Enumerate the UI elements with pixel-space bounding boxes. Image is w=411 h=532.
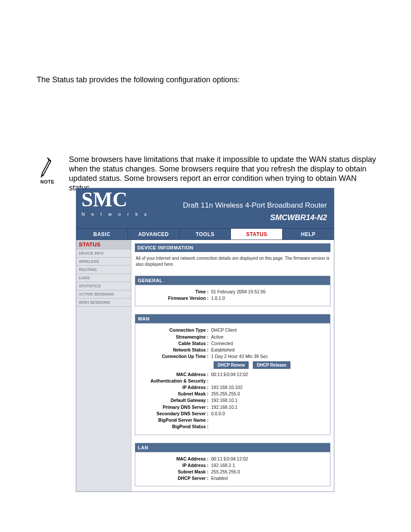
wan-mac-label: MAC Address : bbox=[138, 371, 211, 378]
lan-ip-value: 192.168.2.1 bbox=[211, 462, 235, 469]
uptime-value: 1 Day 2 Hour 43 Min 39 Sec bbox=[211, 353, 268, 360]
sidebar: STATUS DEVICE INFO WIRELESS ROUTING LOGS… bbox=[76, 240, 131, 492]
router-body: STATUS DEVICE INFO WIRELESS ROUTING LOGS… bbox=[76, 240, 334, 492]
note-icon: NOTE bbox=[38, 155, 57, 184]
row-time: Time : 01 February 2004 15:51:55 bbox=[138, 289, 327, 295]
intro-text: The Status tab provides the following co… bbox=[37, 75, 240, 84]
gateway-value: 192.168.10.1 bbox=[211, 397, 237, 404]
dhcp-buttons: DHCP Renew DHCP Release bbox=[214, 360, 327, 371]
sidebar-item-logs[interactable]: LOGS bbox=[76, 274, 131, 282]
wan-mask-value: 255.255.255.0 bbox=[211, 391, 240, 397]
tab-help[interactable]: HELP bbox=[283, 229, 334, 240]
cable-status-label: Cable Status : bbox=[138, 340, 211, 347]
router-admin-ui: SMC N e t w o r k s Draft 11n Wireless 4… bbox=[76, 188, 334, 492]
time-value: 01 February 2004 15:51:55 bbox=[211, 289, 266, 295]
general-body: Time : 01 February 2004 15:51:55 Firmwar… bbox=[135, 285, 330, 306]
router-header: SMC N e t w o r k s Draft 11n Wireless 4… bbox=[76, 188, 334, 229]
row-firmware: Firmware Version : 1.0.1.0 bbox=[138, 295, 327, 302]
lan-mac-value: 00:11:E0:04:12:02 bbox=[211, 456, 248, 462]
general-header: GENERAL bbox=[135, 276, 330, 285]
wan-mask-label: Subnet Mask : bbox=[138, 391, 211, 397]
tab-status[interactable]: STATUS bbox=[231, 229, 283, 240]
sidebar-item-statistics[interactable]: STATISTICS bbox=[76, 282, 131, 290]
tab-advanced[interactable]: ADVANCED bbox=[128, 229, 180, 240]
lan-ip-label: IP Address : bbox=[138, 462, 211, 469]
sidebar-title: STATUS bbox=[76, 240, 131, 249]
firmware-value: 1.0.1.0 bbox=[211, 295, 225, 302]
sidebar-item-active-sessions[interactable]: ACTIVE SESSIONS bbox=[76, 290, 131, 299]
dhcp-renew-button[interactable]: DHCP Renew bbox=[214, 361, 249, 369]
tab-basic[interactable]: BASIC bbox=[76, 229, 128, 240]
dhcp-server-label: DHCP Server : bbox=[138, 475, 211, 482]
note-text: Some browsers have limitations that make… bbox=[69, 155, 378, 193]
wan-mac-value: 00:11:E0:04:12:02 bbox=[211, 371, 248, 378]
main-tabs: BASIC ADVANCED TOOLS STATUS HELP bbox=[76, 229, 334, 240]
sidebar-item-wish-sessions[interactable]: WISH SESSIONS bbox=[76, 299, 131, 307]
bigpond-name-label: BigPond Server Name : bbox=[138, 417, 211, 423]
sidebar-item-wireless[interactable]: WIRELESS bbox=[76, 258, 131, 266]
lan-header: LAN bbox=[135, 443, 330, 452]
gateway-label: Default Gateway : bbox=[138, 397, 211, 404]
dhcp-server-value: Enabled bbox=[211, 475, 228, 482]
conn-type-value: DHCP Client bbox=[211, 327, 237, 333]
streamengine-value: Active bbox=[211, 334, 224, 340]
lan-mask-value: 255.255.255.0 bbox=[211, 469, 240, 475]
product-model: SMCWBR14-N2 bbox=[270, 213, 327, 222]
sdns-value: 0.0.0.0 bbox=[211, 411, 225, 417]
section-general: GENERAL Time : 01 February 2004 15:51:55… bbox=[135, 276, 330, 306]
section-device-info: DEVICE INFORMATION All of your Internet … bbox=[135, 243, 330, 268]
wan-header: WAN bbox=[135, 314, 330, 324]
wan-ip-value: 192.168.10.102 bbox=[211, 384, 243, 391]
lan-mask-label: Subnet Mask : bbox=[138, 469, 211, 475]
tab-tools[interactable]: TOOLS bbox=[180, 229, 231, 240]
logo-subtext: N e t w o r k s bbox=[81, 212, 149, 217]
cable-status-value: Connected bbox=[211, 340, 233, 347]
pdns-value: 192.168.10.1 bbox=[211, 404, 237, 411]
firmware-label: Firmware Version : bbox=[138, 295, 211, 302]
device-info-desc: All of your Internet and network connect… bbox=[135, 252, 330, 268]
product-title: Draft 11n Wireless 4-Port Broadband Rout… bbox=[183, 201, 327, 210]
wan-body: Connection Type :DHCP Client Streamengin… bbox=[135, 324, 330, 434]
wan-ip-label: IP Address : bbox=[138, 384, 211, 391]
logo-text: SMC bbox=[81, 189, 149, 210]
dhcp-release-button[interactable]: DHCP Release bbox=[253, 361, 290, 369]
lan-body: MAC Address :00:11:E0:04:12:02 IP Addres… bbox=[135, 452, 330, 486]
section-wan: WAN Connection Type :DHCP Client Streame… bbox=[135, 314, 330, 435]
streamengine-label: Streamengine : bbox=[138, 334, 211, 340]
pdns-label: Primary DNS Server : bbox=[138, 404, 211, 411]
section-lan: LAN MAC Address :00:11:E0:04:12:02 IP Ad… bbox=[135, 443, 330, 487]
bigpond-status-label: BigPond Status : bbox=[138, 423, 211, 430]
main-content: DEVICE INFORMATION All of your Internet … bbox=[131, 240, 334, 492]
logo: SMC N e t w o r k s bbox=[81, 189, 149, 217]
sidebar-item-device-info[interactable]: DEVICE INFO bbox=[76, 249, 131, 258]
note-block: NOTE Some browsers have limitations that… bbox=[38, 155, 378, 193]
note-label: NOTE bbox=[40, 179, 55, 184]
sidebar-item-routing[interactable]: ROUTING bbox=[76, 266, 131, 274]
sdns-label: Secondary DNS Server : bbox=[138, 411, 211, 417]
conn-type-label: Connection Type : bbox=[138, 327, 211, 333]
auth-label: Authentication & Security : bbox=[138, 378, 211, 384]
time-label: Time : bbox=[138, 289, 211, 295]
network-status-label: Network Status : bbox=[138, 347, 211, 353]
uptime-label: Connection Up Time : bbox=[138, 353, 211, 360]
device-info-header: DEVICE INFORMATION bbox=[135, 243, 330, 252]
lan-mac-label: MAC Address : bbox=[138, 456, 211, 462]
network-status-value: Established bbox=[211, 347, 234, 353]
